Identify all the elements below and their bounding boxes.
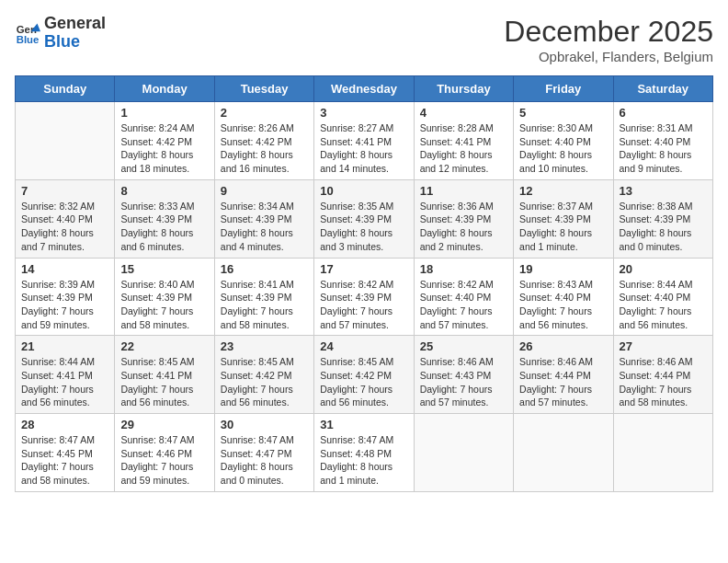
day-number: 24	[320, 339, 407, 353]
day-header-tuesday: Tuesday	[214, 76, 313, 102]
calendar-cell	[16, 102, 115, 180]
calendar-cell: 15Sunrise: 8:40 AMSunset: 4:39 PMDayligh…	[115, 258, 214, 336]
calendar-cell: 8Sunrise: 8:33 AMSunset: 4:39 PMDaylight…	[115, 179, 214, 258]
calendar-cell: 22Sunrise: 8:45 AMSunset: 4:41 PMDayligh…	[115, 336, 214, 414]
day-number: 8	[120, 184, 208, 198]
day-info: Sunrise: 8:33 AMSunset: 4:39 PMDaylight:…	[120, 200, 208, 254]
day-header-friday: Friday	[514, 76, 613, 102]
day-number: 4	[420, 106, 507, 120]
calendar-cell: 1Sunrise: 8:24 AMSunset: 4:42 PMDaylight…	[115, 102, 214, 180]
day-info: Sunrise: 8:31 AMSunset: 4:40 PMDaylight:…	[620, 121, 707, 176]
calendar-cell: 27Sunrise: 8:46 AMSunset: 4:44 PMDayligh…	[613, 336, 712, 414]
day-info: Sunrise: 8:42 AMSunset: 4:39 PMDaylight:…	[320, 278, 407, 332]
day-number: 16	[221, 262, 308, 276]
calendar-cell	[414, 414, 513, 492]
day-info: Sunrise: 8:30 AMSunset: 4:40 PMDaylight:…	[519, 121, 607, 176]
day-info: Sunrise: 8:46 AMSunset: 4:44 PMDaylight:…	[519, 355, 607, 409]
day-header-wednesday: Wednesday	[314, 76, 414, 102]
day-number: 31	[320, 418, 407, 431]
day-number: 25	[420, 339, 507, 353]
calendar-cell: 25Sunrise: 8:46 AMSunset: 4:43 PMDayligh…	[414, 336, 513, 414]
title-block: December 2025 Opbrakel, Flanders, Belgiu…	[504, 15, 713, 64]
day-number: 23	[221, 339, 308, 353]
calendar-week-row: 28Sunrise: 8:47 AMSunset: 4:45 PMDayligh…	[16, 414, 713, 492]
day-info: Sunrise: 8:47 AMSunset: 4:47 PMDaylight:…	[221, 433, 308, 488]
day-number: 5	[519, 106, 607, 120]
calendar-cell	[514, 414, 613, 492]
day-number: 15	[120, 262, 208, 276]
day-number: 19	[519, 262, 607, 276]
month-title: December 2025	[504, 15, 713, 49]
day-info: Sunrise: 8:24 AMSunset: 4:42 PMDaylight:…	[120, 121, 208, 176]
calendar-header-row: SundayMondayTuesdayWednesdayThursdayFrid…	[16, 76, 713, 102]
day-info: Sunrise: 8:43 AMSunset: 4:40 PMDaylight:…	[519, 278, 607, 332]
calendar-cell: 24Sunrise: 8:45 AMSunset: 4:42 PMDayligh…	[314, 336, 414, 414]
day-number: 28	[21, 418, 108, 431]
calendar-cell: 31Sunrise: 8:47 AMSunset: 4:48 PMDayligh…	[314, 414, 414, 492]
calendar-cell: 3Sunrise: 8:27 AMSunset: 4:41 PMDaylight…	[314, 102, 414, 180]
day-info: Sunrise: 8:46 AMSunset: 4:44 PMDaylight:…	[620, 355, 707, 409]
calendar-cell: 12Sunrise: 8:37 AMSunset: 4:39 PMDayligh…	[514, 179, 613, 258]
day-number: 30	[221, 418, 308, 431]
calendar-cell: 30Sunrise: 8:47 AMSunset: 4:47 PMDayligh…	[214, 414, 313, 492]
day-info: Sunrise: 8:47 AMSunset: 4:45 PMDaylight:…	[21, 433, 108, 488]
calendar-cell: 7Sunrise: 8:32 AMSunset: 4:40 PMDaylight…	[16, 179, 115, 258]
day-number: 3	[320, 106, 407, 120]
day-number: 10	[320, 184, 407, 198]
logo: Gen Blue General Blue	[15, 15, 106, 52]
calendar-cell: 23Sunrise: 8:45 AMSunset: 4:42 PMDayligh…	[214, 336, 313, 414]
day-number: 26	[519, 339, 607, 353]
day-info: Sunrise: 8:41 AMSunset: 4:39 PMDaylight:…	[221, 278, 308, 332]
day-info: Sunrise: 8:45 AMSunset: 4:42 PMDaylight:…	[221, 355, 308, 409]
day-header-sunday: Sunday	[16, 76, 115, 102]
day-info: Sunrise: 8:28 AMSunset: 4:41 PMDaylight:…	[420, 121, 507, 176]
day-info: Sunrise: 8:44 AMSunset: 4:41 PMDaylight:…	[21, 355, 108, 409]
day-info: Sunrise: 8:44 AMSunset: 4:40 PMDaylight:…	[620, 278, 707, 332]
calendar-week-row: 7Sunrise: 8:32 AMSunset: 4:40 PMDaylight…	[16, 179, 713, 258]
calendar-cell: 13Sunrise: 8:38 AMSunset: 4:39 PMDayligh…	[613, 179, 712, 258]
day-info: Sunrise: 8:35 AMSunset: 4:39 PMDaylight:…	[320, 200, 407, 254]
day-info: Sunrise: 8:47 AMSunset: 4:48 PMDaylight:…	[320, 433, 407, 488]
day-number: 22	[120, 339, 208, 353]
location-subtitle: Opbrakel, Flanders, Belgium	[504, 49, 713, 64]
day-info: Sunrise: 8:40 AMSunset: 4:39 PMDaylight:…	[120, 278, 208, 332]
calendar-cell: 14Sunrise: 8:39 AMSunset: 4:39 PMDayligh…	[16, 258, 115, 336]
calendar-week-row: 14Sunrise: 8:39 AMSunset: 4:39 PMDayligh…	[16, 258, 713, 336]
calendar-cell: 10Sunrise: 8:35 AMSunset: 4:39 PMDayligh…	[314, 179, 414, 258]
logo-icon: Gen Blue	[15, 20, 40, 46]
logo-general: General	[44, 15, 106, 33]
day-number: 17	[320, 262, 407, 276]
day-number: 20	[620, 262, 707, 276]
day-info: Sunrise: 8:46 AMSunset: 4:43 PMDaylight:…	[420, 355, 507, 409]
day-number: 6	[620, 106, 707, 120]
logo-blue: Blue	[44, 33, 106, 52]
day-number: 11	[420, 184, 507, 198]
page-header: Gen Blue General Blue December 2025 Opbr…	[15, 15, 713, 64]
day-info: Sunrise: 8:27 AMSunset: 4:41 PMDaylight:…	[320, 121, 407, 176]
day-info: Sunrise: 8:34 AMSunset: 4:39 PMDaylight:…	[221, 200, 308, 254]
day-info: Sunrise: 8:42 AMSunset: 4:40 PMDaylight:…	[420, 278, 507, 332]
calendar-cell: 21Sunrise: 8:44 AMSunset: 4:41 PMDayligh…	[16, 336, 115, 414]
calendar-cell	[613, 414, 712, 492]
calendar-cell: 6Sunrise: 8:31 AMSunset: 4:40 PMDaylight…	[613, 102, 712, 180]
calendar-week-row: 21Sunrise: 8:44 AMSunset: 4:41 PMDayligh…	[16, 336, 713, 414]
calendar-cell: 28Sunrise: 8:47 AMSunset: 4:45 PMDayligh…	[16, 414, 115, 492]
calendar-cell: 4Sunrise: 8:28 AMSunset: 4:41 PMDaylight…	[414, 102, 513, 180]
calendar-cell: 17Sunrise: 8:42 AMSunset: 4:39 PMDayligh…	[314, 258, 414, 336]
calendar-cell: 2Sunrise: 8:26 AMSunset: 4:42 PMDaylight…	[214, 102, 313, 180]
day-number: 12	[519, 184, 607, 198]
day-info: Sunrise: 8:36 AMSunset: 4:39 PMDaylight:…	[420, 200, 507, 254]
calendar-cell: 11Sunrise: 8:36 AMSunset: 4:39 PMDayligh…	[414, 179, 513, 258]
calendar-table: SundayMondayTuesdayWednesdayThursdayFrid…	[15, 75, 713, 492]
day-number: 14	[21, 262, 108, 276]
day-info: Sunrise: 8:32 AMSunset: 4:40 PMDaylight:…	[21, 200, 108, 254]
day-number: 1	[120, 106, 208, 120]
day-number: 29	[120, 418, 208, 431]
day-number: 18	[420, 262, 507, 276]
day-header-saturday: Saturday	[613, 76, 712, 102]
calendar-cell: 5Sunrise: 8:30 AMSunset: 4:40 PMDaylight…	[514, 102, 613, 180]
day-info: Sunrise: 8:45 AMSunset: 4:41 PMDaylight:…	[120, 355, 208, 409]
day-info: Sunrise: 8:45 AMSunset: 4:42 PMDaylight:…	[320, 355, 407, 409]
day-header-thursday: Thursday	[414, 76, 513, 102]
calendar-cell: 18Sunrise: 8:42 AMSunset: 4:40 PMDayligh…	[414, 258, 513, 336]
